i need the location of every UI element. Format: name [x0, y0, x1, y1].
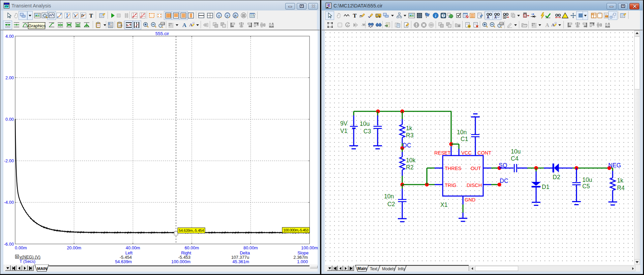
svg-text:4.00: 4.00 — [5, 34, 14, 39]
svg-text:A: A — [551, 22, 555, 27]
svg-text:-2.00: -2.00 — [4, 158, 14, 163]
svg-text:A: A — [487, 15, 490, 19]
svg-text:A: A — [545, 22, 549, 28]
svg-text:60.00m: 60.00m — [184, 245, 199, 250]
svg-text:T: T — [353, 12, 357, 19]
svg-text:A: A — [494, 16, 497, 19]
svg-text:555.cir: 555.cir — [155, 31, 169, 36]
svg-text:80.00m: 80.00m — [243, 245, 258, 250]
svg-text:40.00m: 40.00m — [126, 245, 140, 250]
svg-text:54.639m,-5.454: 54.639m,-5.454 — [179, 228, 204, 232]
svg-text:20.00m: 20.00m — [67, 245, 81, 250]
svg-text:0.00m: 0.00m — [15, 245, 27, 250]
svg-text:?: ? — [442, 14, 444, 18]
svg-text:0.00: 0.00 — [5, 117, 14, 122]
svg-text:-4.00: -4.00 — [4, 200, 14, 205]
svg-text:2.00: 2.00 — [5, 75, 14, 80]
svg-text:100.00m: 100.00m — [301, 245, 318, 250]
svg-text:V: V — [524, 15, 526, 18]
svg-text:100.000m,-5.453: 100.000m,-5.453 — [283, 228, 309, 232]
svg-text:100: 100 — [500, 23, 504, 25]
svg-text:-6.00: -6.00 — [4, 242, 14, 247]
svg-text:N: N — [504, 16, 505, 19]
